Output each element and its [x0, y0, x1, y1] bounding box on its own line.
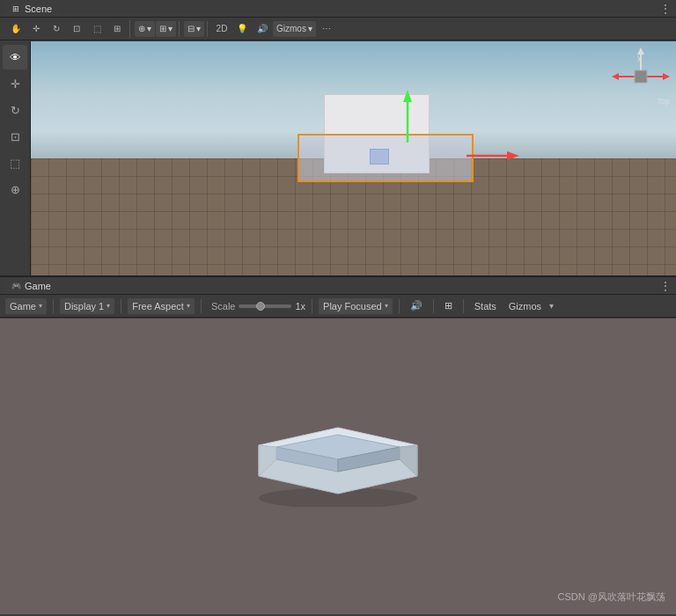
- transform-tool-btn[interactable]: ⊞: [107, 20, 127, 38]
- svg-marker-7: [663, 73, 670, 80]
- game-panel: 🎮 Game ⋮ Game ▾ Display 1 ▾ Free Aspect …: [0, 277, 676, 614]
- pivot-tools-group: ⊕ ▾ ⊞ ▾: [132, 21, 180, 37]
- inner-box: [370, 149, 389, 165]
- game-dropdown[interactable]: Game ▾: [5, 298, 47, 314]
- gizmos-arrow: ▾: [308, 24, 312, 33]
- gizmos-label: Gizmos: [276, 24, 306, 33]
- aspect-dropdown-arrow: ▾: [187, 302, 190, 310]
- display-dropdown-arrow: ▾: [107, 302, 110, 310]
- watermark-text: CSDN @风吹落叶花飘荡: [558, 591, 665, 602]
- gizmos-btn[interactable]: Gizmos: [504, 300, 546, 312]
- scene-panel: ⊞ Scene ⋮ ✋ ✛ ↻ ⊡ ⬚ ⊞ ⊕ ▾ ⊞ ▾ ⊟: [0, 0, 676, 277]
- sep7: [463, 299, 464, 313]
- play-focused-dropdown[interactable]: Play Focused ▾: [319, 298, 393, 314]
- snap-group: ⊟ ▾: [181, 21, 208, 37]
- speaker-btn[interactable]: 🔊: [406, 299, 427, 312]
- transform-tools-group: ✋ ✛ ↻ ⊡ ⬚ ⊞: [4, 20, 130, 38]
- aspect-label: Free Aspect: [132, 301, 184, 312]
- game-object-svg: [241, 392, 435, 507]
- scene-viewport[interactable]: y Top: [31, 41, 676, 275]
- sep4: [312, 299, 312, 313]
- game-label: Game: [10, 301, 36, 312]
- x-axis-arrow: [467, 150, 519, 164]
- snap-arrow: ▾: [196, 24, 201, 33]
- scale-slider-container: 1x: [239, 301, 305, 312]
- cursor-icon: ⊕: [11, 183, 20, 196]
- play-focused-label: Play Focused: [323, 301, 382, 312]
- gizmo-y-label: y: [637, 53, 642, 62]
- rect-icon: ⬚: [10, 157, 20, 170]
- scene-gizmo: y Top: [610, 46, 672, 107]
- rotate-tool-btn[interactable]: ↻: [47, 20, 66, 38]
- pivot-arrow: ▾: [147, 24, 151, 33]
- cursor-sidebar-btn[interactable]: ⊕: [3, 177, 27, 202]
- hand-tool-btn[interactable]: ✋: [6, 20, 26, 38]
- scene-tab-label: Scene: [25, 4, 52, 14]
- rect-sidebar-btn[interactable]: ⬚: [3, 150, 27, 175]
- play-focused-arrow: ▾: [385, 302, 388, 310]
- watermark: CSDN @风吹落叶花飘荡: [558, 590, 665, 604]
- svg-marker-3: [507, 151, 519, 160]
- y-axis-arrow: [401, 90, 414, 144]
- scale-slider[interactable]: [239, 304, 291, 308]
- rotate-icon: ↻: [11, 104, 20, 117]
- aspect-dropdown[interactable]: Free Aspect ▾: [128, 298, 195, 314]
- display-label: Display 1: [64, 301, 104, 312]
- snap-icon: ⊟: [187, 24, 195, 33]
- global-arrow: ▾: [168, 24, 173, 33]
- display-dropdown[interactable]: Display 1 ▾: [60, 298, 114, 314]
- game-tab-icon: 🎮: [11, 281, 21, 291]
- game-panel-menu-btn[interactable]: ⋮: [658, 279, 672, 293]
- 2d-view-btn[interactable]: 2D: [212, 20, 231, 38]
- light-btn[interactable]: 💡: [232, 20, 252, 38]
- scene-tab-bar: ⊞ Scene ⋮: [0, 0, 676, 18]
- stats-btn[interactable]: Stats: [470, 300, 501, 312]
- game-tab-bar: 🎮 Game ⋮: [0, 277, 676, 295]
- snap-dropdown[interactable]: ⊟ ▾: [184, 21, 204, 37]
- scene-toolbar: ✋ ✛ ↻ ⊡ ⬚ ⊞ ⊕ ▾ ⊞ ▾ ⊟ ▾ 2D 💡 🔊: [0, 18, 676, 40]
- global-dropdown[interactable]: ⊞ ▾: [156, 21, 176, 37]
- svg-marker-9: [612, 73, 619, 80]
- rotate-sidebar-btn[interactable]: ↻: [3, 98, 27, 122]
- game-toolbar: Game ▾ Display 1 ▾ Free Aspect ▾ Scale 1…: [0, 295, 676, 318]
- x-arrow-svg: [467, 150, 519, 162]
- move-icon: ✛: [11, 77, 20, 91]
- move-sidebar-btn[interactable]: ✛: [3, 71, 27, 96]
- scale-tool-btn[interactable]: ⊡: [67, 20, 86, 38]
- scale-slider-thumb: [256, 302, 265, 311]
- scale-value: 1x: [295, 301, 305, 312]
- eye-icon: 👁: [10, 51, 21, 64]
- pivot-dropdown[interactable]: ⊕ ▾: [135, 21, 155, 37]
- eye-sidebar-btn[interactable]: 👁: [3, 45, 27, 70]
- move-tool-btn[interactable]: ✛: [26, 20, 46, 38]
- scene-object-group: [298, 94, 474, 209]
- scale-label: Scale: [211, 301, 236, 312]
- sep2: [121, 299, 121, 313]
- svg-rect-10: [635, 70, 647, 83]
- scale-sidebar-btn[interactable]: ⊡: [3, 124, 27, 149]
- scene-sidebar: 👁 ✛ ↻ ⊡ ⬚ ⊕: [0, 41, 31, 275]
- sep6: [433, 299, 434, 313]
- pivot-icon: ⊕: [138, 24, 145, 33]
- game-viewport[interactable]: CSDN @风吹落叶花飘荡: [0, 319, 676, 614]
- more-btn[interactable]: ⋯: [317, 20, 336, 38]
- game-tab[interactable]: 🎮 Game: [4, 278, 58, 294]
- rect-tool-btn[interactable]: ⬚: [87, 20, 107, 38]
- grid-btn[interactable]: ⊞: [440, 299, 457, 312]
- view-group: 2D 💡 🔊 Gizmos ▾ ⋯: [209, 20, 339, 38]
- gizmos-arrow-btn: ▾: [549, 301, 554, 311]
- audio-btn[interactable]: 🔊: [253, 20, 272, 38]
- game-tab-label: Game: [25, 281, 51, 291]
- selection-box[interactable]: [298, 134, 474, 182]
- y-arrow-svg: [401, 90, 414, 143]
- svg-marker-1: [403, 90, 412, 102]
- scene-tab-icon: ⊞: [11, 4, 21, 14]
- gizmo-top-label: Top: [657, 97, 670, 106]
- sep3: [201, 299, 202, 313]
- scene-panel-menu-btn[interactable]: ⋮: [658, 2, 672, 16]
- game-dropdown-arrow: ▾: [39, 302, 42, 310]
- sep5: [399, 299, 400, 313]
- scene-tab[interactable]: ⊞ Scene: [4, 1, 59, 17]
- gizmos-dropdown[interactable]: Gizmos ▾: [273, 21, 316, 37]
- object-container: [298, 94, 474, 209]
